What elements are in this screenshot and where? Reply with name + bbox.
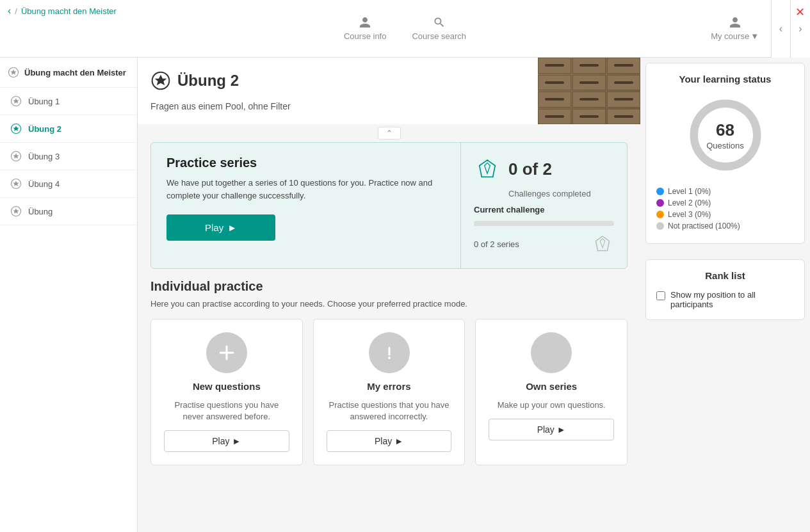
practice-series-play-button[interactable]: Play ► [166, 214, 275, 241]
sidebar-item-label-5: Übung [28, 207, 53, 216]
individual-practice-desc: Here you can practise according to your … [150, 299, 628, 309]
legend-label-4: Not practised (100%) [668, 222, 740, 230]
my-errors-play-arrow: ► [394, 436, 403, 446]
my-errors-play-button[interactable]: Play ► [327, 430, 452, 452]
new-questions-play-arrow: ► [232, 436, 241, 446]
svg-point-19 [388, 357, 391, 359]
legend-label-2: Level 2 (0%) [668, 198, 711, 207]
new-questions-icon [206, 332, 247, 373]
series-text: 0 of 2 series [474, 239, 519, 249]
course-description: Fragen aus einem Pool, ohne Filter [150, 101, 525, 118]
legend-item-1: Level 1 (0%) [656, 187, 794, 196]
practice-series-card: Practice series We have put together a s… [150, 142, 628, 269]
rank-list-title: Rank list [656, 270, 794, 281]
practice-series-left: Practice series We have put together a s… [151, 143, 460, 268]
challenges-label: Challenges completed [508, 189, 614, 198]
legend-dot-3 [656, 211, 664, 218]
donut-number: 68 [706, 120, 744, 140]
donut-center: 68 Questions [706, 120, 744, 150]
donut-container: 68 Questions [656, 93, 794, 177]
sidebar-item-icon-5 [10, 206, 22, 217]
close-button[interactable]: ✕ [795, 5, 805, 19]
my-course-icon [729, 16, 741, 29]
collapse-button[interactable]: ⌃ [378, 127, 401, 140]
new-questions-play-button[interactable]: Play ► [164, 430, 289, 452]
own-series-icon [531, 332, 572, 373]
right-sidebar: Your learning status 68 Questions Lev [640, 58, 810, 532]
back-button[interactable]: ‹ [8, 5, 11, 17]
sidebar-item-label-3: Übung 3 [28, 152, 60, 161]
svg-marker-9 [13, 181, 19, 186]
nav-course-info-label: Course info [344, 31, 386, 41]
own-series-title: Own series [526, 381, 577, 392]
nav-course-search[interactable]: Course search [412, 16, 466, 41]
sidebar-item-icon-4 [10, 178, 22, 189]
series-diamond-icon [591, 232, 614, 255]
own-series-card: Own series Make up your own questions. P… [475, 319, 628, 465]
legend-item-3: Level 3 (0%) [656, 210, 794, 219]
practice-series-title: Practice series [166, 156, 445, 170]
person-icon [540, 341, 563, 364]
sidebar: Übung macht den Meister Übung 1 Übung 2 … [0, 58, 138, 532]
current-challenge-label: Current challenge [474, 205, 614, 214]
nav-my-course-label: My course ▼ [711, 31, 759, 41]
challenge-count-row: 0 of 2 [474, 156, 614, 182]
donut-label: Questions [706, 141, 744, 150]
legend: Level 1 (0%) Level 2 (0%) Level 3 (0%) N… [656, 187, 794, 230]
own-series-play-button[interactable]: Play ► [489, 419, 614, 440]
course-title: Übung 2 [177, 72, 239, 90]
new-questions-play-label: Play [212, 436, 229, 446]
sidebar-item-ubung-2[interactable]: Übung 2 [0, 115, 137, 143]
new-questions-title: New questions [193, 381, 261, 392]
own-series-play-label: Play [537, 424, 555, 435]
practice-series-desc: We have put together a series of 10 ques… [166, 177, 445, 202]
legend-label-3: Level 3 (0%) [668, 210, 711, 219]
learning-status-card: Your learning status 68 Questions Lev [645, 63, 805, 244]
rank-list-row: Show my position to all participants [656, 290, 794, 309]
my-errors-card: My errors Practise questions that you ha… [313, 319, 466, 465]
svg-marker-11 [13, 209, 19, 214]
sidebar-item-label-4: Übung 4 [28, 179, 60, 189]
new-questions-card: New questions Practise questions you hav… [150, 319, 303, 465]
legend-dot-4 [656, 222, 664, 230]
breadcrumb-text: Übung macht den Meister [21, 6, 117, 16]
own-series-play-arrow: ► [557, 424, 566, 435]
svg-marker-13 [155, 75, 167, 86]
sidebar-course-icon [8, 67, 19, 78]
main-content: Übung 2 Fragen aus einem Pool, ohne Filt… [138, 58, 640, 532]
play-btn-arrow: ► [227, 222, 237, 233]
sidebar-item-ubung-1[interactable]: Übung 1 [0, 88, 137, 115]
svg-marker-3 [13, 99, 19, 104]
sidebar-item-label-1: Übung 1 [28, 97, 60, 106]
nav-my-course[interactable]: My course ▼ [711, 16, 759, 41]
my-errors-icon [369, 332, 410, 373]
legend-label-1: Level 1 (0%) [668, 187, 711, 196]
sidebar-course-title-text: Übung macht den Meister [24, 68, 126, 77]
new-questions-desc: Practise questions you have never answer… [164, 399, 289, 423]
rank-list-checkbox[interactable] [656, 291, 665, 300]
breadcrumb: ‹ / Übung macht den Meister [0, 0, 124, 22]
legend-dot-1 [656, 188, 664, 195]
course-header: Übung 2 Fragen aus einem Pool, ohne Filt… [138, 58, 640, 124]
exclamation-circle-icon [378, 341, 401, 364]
layout: Übung macht den Meister Übung 1 Übung 2 … [0, 58, 810, 532]
challenge-diamond-icon [474, 156, 501, 182]
learning-status-title: Your learning status [656, 74, 794, 85]
donut-chart: 68 Questions [684, 93, 767, 177]
sidebar-item-icon-2 [10, 123, 22, 134]
nav-course-info[interactable]: Course info [344, 16, 386, 41]
sidebar-item-ubung-4[interactable]: Übung 4 [0, 170, 137, 198]
sidebar-item-ubung[interactable]: Übung [0, 198, 137, 225]
challenge-series-row: 0 of 2 series [474, 232, 614, 255]
sidebar-item-icon-3 [10, 150, 22, 162]
my-errors-play-label: Play [375, 436, 392, 446]
prev-arrow-button[interactable]: ‹ [772, 0, 791, 58]
legend-dot-2 [656, 199, 664, 207]
sidebar-item-ubung-3[interactable]: Übung 3 [0, 143, 137, 170]
individual-practice-title: Individual practice [150, 279, 628, 294]
course-soccer-icon [150, 70, 171, 91]
course-title-row: Übung 2 [150, 70, 525, 91]
svg-marker-7 [13, 154, 19, 159]
course-header-content: Übung 2 Fragen aus einem Pool, ohne Filt… [138, 58, 538, 124]
svg-point-20 [547, 344, 556, 353]
